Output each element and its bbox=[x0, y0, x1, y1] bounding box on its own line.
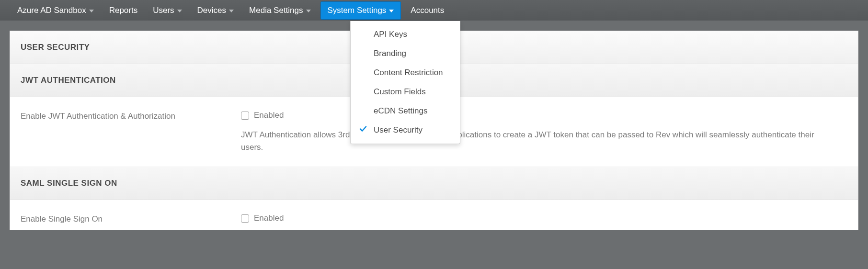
nav-label: Azure AD Sandbox bbox=[17, 6, 86, 15]
jwt-enabled-checkbox-label: Enabled bbox=[254, 111, 284, 120]
saml-enable-row: Enable Single Sign On Enabled bbox=[10, 200, 858, 230]
jwt-enabled-checkbox[interactable] bbox=[241, 112, 249, 120]
nav-item-users[interactable]: Users bbox=[145, 0, 189, 21]
jwt-enable-label: Enable JWT Authentication & Authorizatio… bbox=[21, 111, 241, 162]
nav-label: Users bbox=[153, 6, 174, 15]
check-icon bbox=[359, 125, 367, 135]
saml-section-header: SAML SINGLE SIGN ON bbox=[10, 167, 858, 200]
nav-item-devices[interactable]: Devices bbox=[190, 0, 241, 21]
dropdown-item-ecdn-settings[interactable]: eCDN Settings bbox=[351, 101, 460, 121]
dropdown-label: User Security bbox=[374, 125, 423, 134]
nav-label: Reports bbox=[109, 6, 138, 15]
nav-item-media-settings[interactable]: Media Settings bbox=[241, 0, 318, 21]
chevron-down-icon bbox=[229, 10, 234, 12]
chevron-down-icon bbox=[177, 10, 182, 12]
jwt-help-text: JWT Authentication allows 3rd party deve… bbox=[241, 129, 847, 162]
nav-label: Media Settings bbox=[249, 6, 303, 15]
jwt-enabled-checkbox-line: Enabled bbox=[241, 111, 847, 120]
nav-item-azure-ad-sandbox[interactable]: Azure AD Sandbox bbox=[10, 0, 102, 21]
dropdown-item-branding[interactable]: Branding bbox=[351, 44, 460, 63]
dropdown-label: Content Restriction bbox=[374, 68, 443, 77]
jwt-enable-control: Enabled JWT Authentication allows 3rd pa… bbox=[241, 111, 847, 162]
chevron-down-icon bbox=[306, 10, 311, 12]
dropdown-item-user-security[interactable]: User Security bbox=[351, 121, 460, 140]
dropdown-label: eCDN Settings bbox=[374, 106, 427, 115]
saml-enable-label: Enable Single Sign On bbox=[21, 213, 241, 225]
chevron-down-icon bbox=[89, 10, 94, 12]
nav-label: Accounts bbox=[411, 6, 444, 15]
dropdown-label: Branding bbox=[374, 49, 406, 58]
nav-label: Devices bbox=[197, 6, 226, 15]
dropdown-item-content-restriction[interactable]: Content Restriction bbox=[351, 63, 460, 82]
dropdown-label: Custom Fields bbox=[374, 87, 426, 96]
saml-enable-control: Enabled bbox=[241, 213, 847, 225]
dropdown-label: API Keys bbox=[374, 30, 407, 39]
top-nav-bar: Azure AD Sandbox Reports Users Devices M… bbox=[0, 0, 868, 21]
saml-enabled-checkbox-line: Enabled bbox=[241, 213, 847, 223]
system-settings-dropdown: API Keys Branding Content Restriction Cu… bbox=[350, 21, 460, 144]
chevron-down-icon bbox=[389, 10, 394, 12]
nav-item-accounts[interactable]: Accounts bbox=[403, 0, 452, 21]
dropdown-item-api-keys[interactable]: API Keys bbox=[351, 25, 460, 44]
dropdown-item-custom-fields[interactable]: Custom Fields bbox=[351, 82, 460, 101]
saml-enabled-checkbox-label: Enabled bbox=[254, 213, 284, 223]
nav-item-system-settings[interactable]: System Settings bbox=[320, 1, 401, 20]
nav-label: System Settings bbox=[328, 6, 387, 15]
nav-item-reports[interactable]: Reports bbox=[102, 0, 146, 21]
saml-enabled-checkbox[interactable] bbox=[241, 214, 249, 223]
